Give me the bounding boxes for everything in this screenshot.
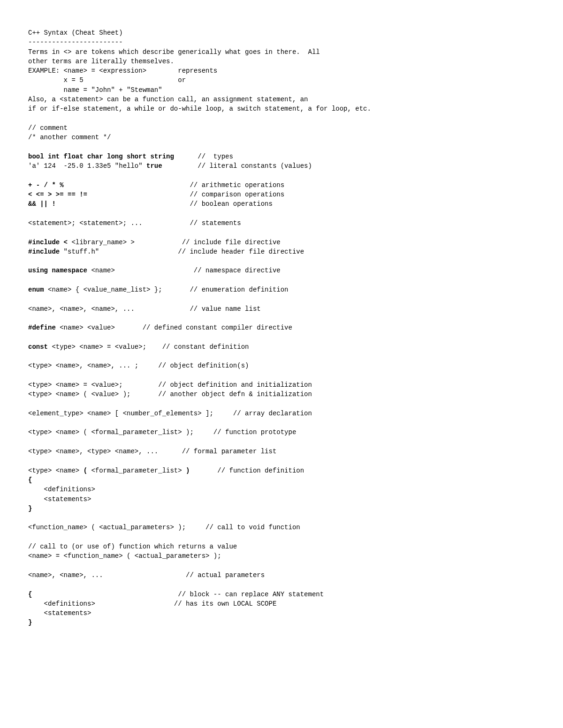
also-line-1: Also, a <statement> can be a function ca… (28, 95, 544, 104)
arithmetic-line: + - / * % // arithmetic operations (28, 180, 544, 190)
include-bold: #include < (28, 239, 68, 246)
literals-line: 'a' 124 -25.0 1.33e5 "hello" true // lit… (28, 161, 544, 171)
enum-rest: <name> { <value_name_list> }; // enumera… (44, 286, 289, 293)
example-sub-2: name = "John" + "Stewman" (28, 85, 544, 95)
void-call-line: <function_name> ( <actual_parameters> );… (28, 523, 544, 532)
blank-line (28, 209, 544, 218)
comp-bold: < <= > >= == != (28, 191, 87, 198)
blank-line (28, 399, 544, 409)
blank-line (28, 143, 544, 152)
enum-line: enum <name> { <value_name_list> }; // en… (28, 285, 544, 294)
blank-line (28, 314, 544, 323)
blank-line (28, 418, 544, 428)
brace-open-bold: { (28, 476, 32, 484)
blank-line (28, 171, 544, 180)
bool-bold: && || ! (28, 200, 56, 208)
actual-params-line: <name>, <name>, ... // actual parameters (28, 570, 544, 580)
array-decl-line: <element_type> <name> [ <number_of_eleme… (28, 409, 544, 418)
blank-line (28, 256, 544, 266)
also-line-2: if or if-else statement, a while or do-w… (28, 104, 544, 113)
using-line: using namespace <name> // namespace dire… (28, 266, 544, 275)
function-def-head: <type> <name> ( <formal_parameter_list> … (28, 466, 544, 475)
brace-close: } (28, 504, 544, 513)
comment-line-2: /* another comment */ (28, 133, 544, 142)
block-stmts-line: <statements> (28, 608, 544, 618)
blank-line (28, 352, 544, 361)
include-lib-line: #include < <library_name> > // include f… (28, 238, 544, 247)
object-init-line-2: <type> <name> ( <value> ); // another ob… (28, 390, 544, 399)
block-defs-line: <definitions> // has its own LOCAL SCOPE (28, 599, 544, 608)
arith-comment: // arithmetic operations (64, 181, 284, 189)
statements-line: <statement>; <statement>; ... // stateme… (28, 218, 544, 228)
blank-line (28, 276, 544, 285)
enum-bold: enum (28, 286, 44, 293)
types-bold: bool int float char long short string (28, 153, 174, 160)
object-defs-line: <type> <name>, <name>, ... ; // object d… (28, 361, 544, 370)
rule-line: ------------------------ (28, 38, 544, 47)
define-line: #define <name> <value> // defined consta… (28, 323, 544, 332)
block-close-line: } (28, 618, 544, 627)
using-rest: <name> // namespace directive (87, 267, 281, 274)
using-bold: using namespace (28, 267, 87, 274)
include-bold: #include (28, 248, 60, 255)
blank-line (28, 533, 544, 542)
blank-line (28, 561, 544, 570)
include-header-line: #include "stuff.h" // include header fil… (28, 247, 544, 256)
comparison-line: < <= > >= == != // comparison operations (28, 190, 544, 199)
boolean-line: && || ! // boolean operations (28, 199, 544, 209)
const-bold: const (28, 343, 48, 351)
formal-params-line: <type> <name>, <type> <name>, ... // for… (28, 447, 544, 456)
fdef-comment: // function definition (190, 467, 304, 474)
example-sub-1: x = 5 or (28, 75, 544, 85)
brace-open: { (28, 475, 544, 485)
comment-line-1: // comment (28, 123, 544, 133)
fdef-pre: <type> <name> (28, 467, 84, 474)
block-open-comment: // block -- can replace ANY statement (32, 591, 324, 598)
blank-line (28, 114, 544, 123)
arith-bold: + - / * % (28, 181, 64, 189)
blank-line (28, 513, 544, 523)
intro-line-2: other terms are literally themselves. (28, 57, 544, 66)
true-bold: true (146, 162, 162, 170)
types-line: bool int float char long short string //… (28, 152, 544, 161)
fdef-body-1: <definitions> (28, 485, 544, 494)
value-call-line: <name> = <function_name> ( <actual_param… (28, 551, 544, 561)
include-lib-rest: <library_name> > // include file directi… (68, 239, 281, 246)
literals-text: 'a' 124 -25.0 1.33e5 "hello" (28, 162, 146, 170)
bool-comment: // boolean operations (56, 200, 273, 208)
blank-line (28, 456, 544, 465)
fdef-mid: <formal_parameter_list> (87, 467, 186, 474)
blank-line (28, 580, 544, 589)
value-call-comment: // call to (or use of) function which re… (28, 542, 544, 551)
example-line: EXAMPLE: <name> = <expression> represent… (28, 66, 544, 75)
blank-line (28, 294, 544, 304)
value-name-list-line: <name>, <name>, <name>, ... // value nam… (28, 304, 544, 314)
brace-close-bold: } (28, 619, 32, 626)
intro-line-1: Terms in <> are tokens which describe ge… (28, 47, 544, 57)
literals-comment: // literal constants (values) (162, 162, 312, 170)
paren-open-bold: ( (84, 467, 87, 474)
define-bold: #define (28, 324, 56, 331)
define-rest: <name> <value> // defined constant compi… (56, 324, 292, 331)
brace-close-bold: } (28, 505, 32, 512)
const-line: const <type> <name> = <value>; // consta… (28, 342, 544, 352)
blank-line (28, 371, 544, 380)
title-line: C++ Syntax (Cheat Sheet) (28, 28, 544, 38)
object-init-line-1: <type> <name> = <value>; // object defin… (28, 380, 544, 390)
function-proto-line: <type> <name> ( <formal_parameter_list> … (28, 428, 544, 437)
blank-line (28, 228, 544, 237)
types-comment: // types (174, 153, 233, 160)
fdef-body-2: <statements> (28, 495, 544, 504)
block-open-line: { // block -- can replace ANY statement (28, 590, 544, 599)
include-header-rest: "stuff.h" // include header file directi… (60, 248, 304, 255)
blank-line (28, 333, 544, 342)
const-rest: <type> <name> = <value>; // constant def… (48, 343, 249, 351)
blank-line (28, 437, 544, 447)
comp-comment: // comparison operations (87, 191, 284, 198)
